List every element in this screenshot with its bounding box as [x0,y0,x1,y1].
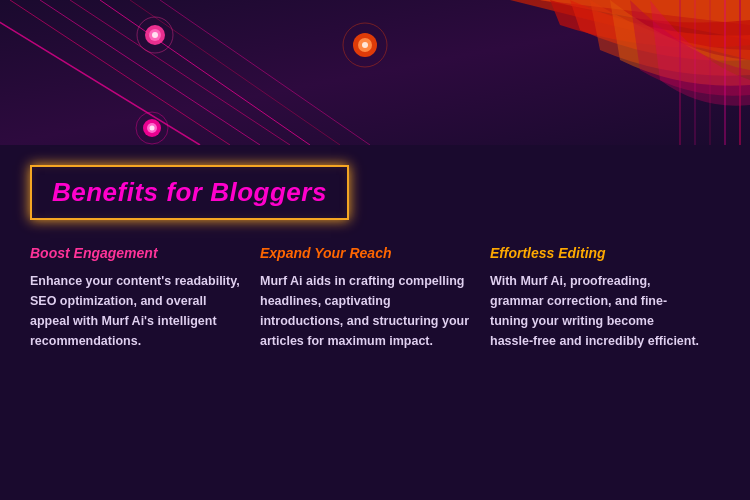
column-expand-body: Murf Ai aids in crafting compelling head… [260,271,470,351]
benefits-title: Benefits for Bloggers [52,177,327,207]
hero-decoration [0,0,750,145]
column-boost-body: Enhance your content's readability, SEO … [30,271,240,351]
column-expand-title: Expand Your Reach [260,245,470,261]
column-effortless-title: Effortless Editing [490,245,700,261]
column-boost-title: Boost Engagement [30,245,240,261]
columns-container: Boost Engagement Enhance your content's … [30,245,720,351]
benefits-title-box: Benefits for Bloggers [30,165,349,220]
svg-point-24 [150,126,155,131]
column-effortless: Effortless Editing With Murf Ai, proofre… [490,245,720,351]
svg-point-18 [152,32,158,38]
hero-banner [0,0,750,145]
svg-point-21 [362,42,368,48]
column-effortless-body: With Murf Ai, proofreading, grammar corr… [490,271,700,351]
content-area: Benefits for Bloggers Boost Engagement E… [0,145,750,381]
column-expand: Expand Your Reach Murf Ai aids in crafti… [260,245,490,351]
column-boost: Boost Engagement Enhance your content's … [30,245,260,351]
